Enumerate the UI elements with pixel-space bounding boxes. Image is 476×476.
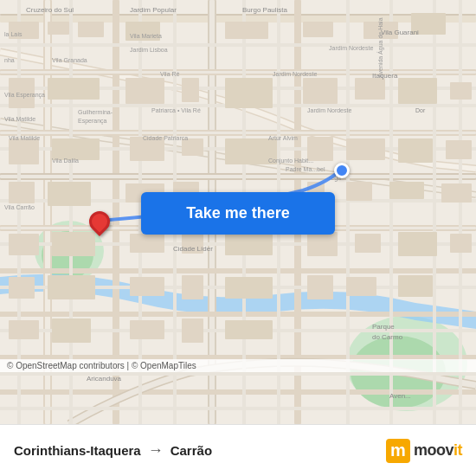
svg-text:Artur Alvim: Artur Alvim bbox=[268, 135, 298, 141]
svg-text:Esperança: Esperança bbox=[78, 118, 107, 125]
svg-text:la Laís: la Laís bbox=[4, 31, 23, 37]
svg-rect-97 bbox=[52, 318, 91, 343]
origin-station: Corinthians-Itaquera bbox=[14, 443, 141, 458]
svg-text:Vila Granada: Vila Granada bbox=[52, 57, 87, 63]
route-arrow-icon: → bbox=[148, 441, 164, 460]
svg-rect-49 bbox=[225, 22, 268, 39]
svg-text:Jardim Nordeste: Jardim Nordeste bbox=[307, 107, 351, 113]
svg-rect-57 bbox=[225, 78, 273, 108]
svg-rect-89 bbox=[48, 275, 95, 299]
svg-rect-98 bbox=[130, 320, 164, 339]
svg-rect-94 bbox=[346, 277, 376, 296]
svg-rect-69 bbox=[398, 138, 433, 163]
svg-rect-55 bbox=[125, 78, 164, 104]
svg-rect-68 bbox=[346, 138, 385, 160]
svg-rect-65 bbox=[182, 138, 203, 156]
svg-rect-71 bbox=[9, 182, 35, 203]
destination-station: Carrão bbox=[170, 443, 212, 458]
moovit-wordmark: moovit bbox=[414, 441, 462, 460]
svg-text:Padre Ma...bel: Padre Ma...bel bbox=[286, 166, 325, 172]
svg-text:Itaquera: Itaquera bbox=[372, 72, 398, 80]
svg-rect-93 bbox=[307, 275, 333, 299]
svg-rect-77 bbox=[389, 182, 424, 199]
svg-rect-85 bbox=[355, 234, 381, 253]
svg-text:Jardim Popular: Jardim Popular bbox=[130, 6, 177, 14]
origin-marker bbox=[89, 211, 110, 232]
svg-rect-80 bbox=[52, 232, 95, 256]
svg-text:Cruzeiro do Sul: Cruzeiro do Sul bbox=[26, 6, 74, 14]
svg-text:Vila Matilde: Vila Matilde bbox=[9, 135, 40, 141]
svg-text:nha: nha bbox=[4, 57, 15, 63]
svg-text:Conjunto Habit...: Conjunto Habit... bbox=[268, 158, 313, 164]
svg-rect-92 bbox=[225, 277, 273, 299]
svg-text:Patriarca • Vila Ré: Patriarca • Vila Ré bbox=[151, 107, 201, 113]
map-container: Cruzeiro do Sul Jardim Popular Burgo Pau… bbox=[0, 0, 476, 424]
svg-rect-46 bbox=[48, 22, 69, 35]
svg-rect-96 bbox=[9, 320, 39, 339]
bottom-bar: Corinthians-Itaquera → Carrão m moovit bbox=[0, 424, 476, 476]
svg-rect-50 bbox=[303, 22, 333, 37]
svg-text:Jardim Nordeste: Jardim Nordeste bbox=[273, 71, 317, 77]
destination-marker bbox=[334, 163, 350, 178]
svg-text:do Carmo: do Carmo bbox=[372, 333, 403, 341]
svg-rect-90 bbox=[130, 277, 164, 296]
svg-rect-56 bbox=[182, 78, 199, 102]
svg-text:Burgo Paulista: Burgo Paulista bbox=[242, 6, 288, 14]
svg-rect-59 bbox=[355, 78, 385, 100]
svg-text:Dor: Dor bbox=[415, 107, 426, 113]
svg-text:Vila Dalila: Vila Dalila bbox=[52, 158, 79, 164]
svg-rect-61 bbox=[450, 82, 472, 100]
svg-text:Guilhermina-: Guilhermina- bbox=[78, 109, 113, 115]
moovit-letter: m bbox=[390, 441, 406, 460]
svg-rect-72 bbox=[48, 182, 91, 206]
svg-text:Vila Ré: Vila Ré bbox=[160, 71, 180, 77]
svg-rect-76 bbox=[346, 182, 372, 201]
svg-rect-83 bbox=[225, 234, 273, 255]
svg-rect-81 bbox=[130, 234, 164, 253]
svg-text:Avenida Água de Haia: Avenida Água de Haia bbox=[376, 17, 384, 78]
svg-text:Vila Marieta: Vila Marieta bbox=[130, 33, 162, 39]
svg-rect-70 bbox=[446, 140, 472, 159]
take-me-there-button[interactable]: Take me there bbox=[141, 192, 335, 235]
svg-text:Jardim Lisboa: Jardim Lisboa bbox=[130, 47, 168, 53]
svg-rect-88 bbox=[9, 277, 35, 299]
svg-rect-58 bbox=[303, 78, 338, 104]
map-copyright: © OpenStreetMap contributors | © OpenMap… bbox=[0, 359, 476, 372]
svg-rect-87 bbox=[450, 234, 472, 253]
moovit-m-icon: m bbox=[386, 439, 410, 463]
svg-text:Parque: Parque bbox=[372, 323, 395, 331]
svg-text:Aven...: Aven... bbox=[389, 392, 411, 400]
svg-text:Cidade Líder: Cidade Líder bbox=[173, 245, 213, 253]
svg-rect-62 bbox=[9, 138, 39, 164]
svg-rect-54 bbox=[48, 78, 100, 100]
svg-text:Vila Carrão: Vila Carrão bbox=[4, 204, 35, 210]
svg-text:Vila Esperança: Vila Esperança bbox=[4, 92, 45, 99]
svg-rect-91 bbox=[182, 275, 203, 299]
svg-rect-100 bbox=[225, 320, 273, 339]
route-info: Corinthians-Itaquera → Carrão bbox=[14, 441, 386, 460]
svg-text:Aricanduva: Aricanduva bbox=[87, 375, 122, 383]
svg-rect-99 bbox=[182, 318, 203, 343]
svg-rect-47 bbox=[78, 22, 104, 37]
svg-text:Cidade Patriarca: Cidade Patriarca bbox=[143, 135, 188, 141]
svg-rect-60 bbox=[398, 78, 437, 104]
svg-text:Vila Matilde: Vila Matilde bbox=[4, 116, 35, 122]
svg-text:Vila Guarani: Vila Guarani bbox=[381, 29, 419, 36]
svg-rect-78 bbox=[441, 183, 472, 203]
svg-rect-79 bbox=[9, 234, 39, 255]
svg-rect-86 bbox=[398, 232, 437, 256]
moovit-logo: m moovit bbox=[386, 439, 462, 463]
svg-text:Jardim Nordeste: Jardim Nordeste bbox=[329, 45, 373, 51]
pin-head bbox=[85, 207, 114, 236]
svg-rect-84 bbox=[307, 232, 338, 256]
svg-rect-95 bbox=[398, 275, 433, 297]
